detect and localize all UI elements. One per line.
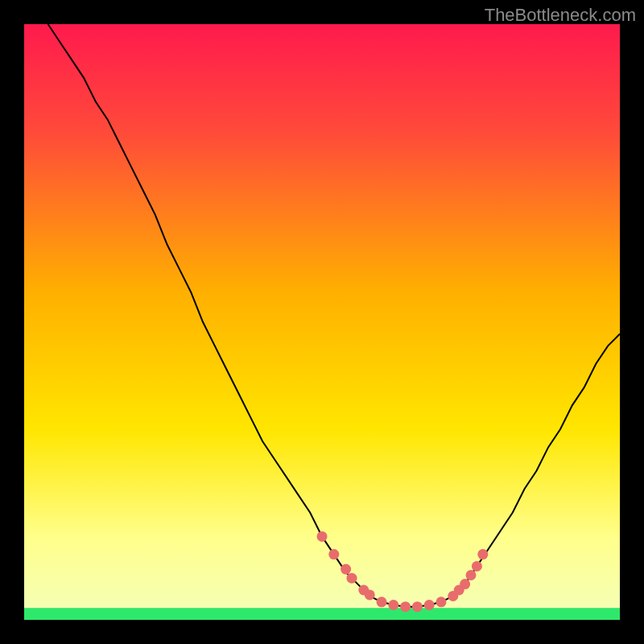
data-dot xyxy=(424,600,435,610)
data-dot xyxy=(436,597,447,607)
data-dot xyxy=(328,549,339,559)
data-dot xyxy=(388,600,398,610)
data-dot xyxy=(412,601,423,612)
data-dot xyxy=(466,570,477,580)
data-dot xyxy=(400,601,411,612)
chart-frame xyxy=(24,24,620,620)
data-dot xyxy=(341,564,351,575)
data-dot xyxy=(460,579,470,589)
bottleneck-chart xyxy=(24,24,620,620)
green-band xyxy=(24,608,620,620)
data-dot xyxy=(317,531,328,542)
data-dot xyxy=(377,597,387,607)
watermark-text: TheBottleneck.com xyxy=(485,5,636,26)
data-dot xyxy=(477,549,488,559)
data-dot xyxy=(472,561,482,572)
data-dot xyxy=(365,589,375,600)
data-dot xyxy=(347,573,357,584)
gradient-background xyxy=(24,24,620,620)
